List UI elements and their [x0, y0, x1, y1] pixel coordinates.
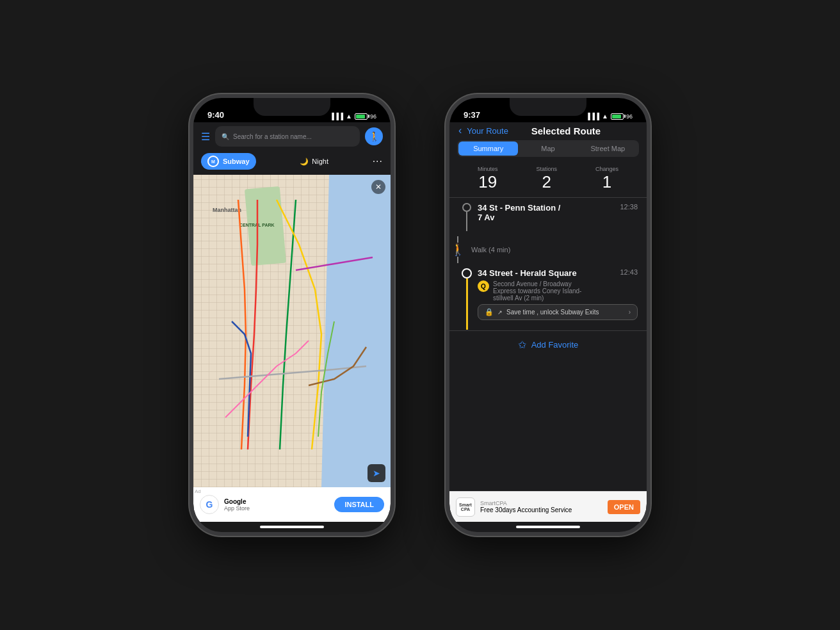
your-route-back[interactable]: Your Route [467, 126, 508, 136]
walk-person-icon: 🚶 [451, 243, 465, 257]
home-indicator-2 [516, 526, 580, 528]
status-bar-2: 9:37 ▐▐▐ ▲ 96 [449, 98, 647, 122]
status-time-2: 9:37 [464, 110, 480, 120]
google-logo: G [200, 495, 219, 514]
close-button[interactable]: ✕ [371, 180, 385, 194]
status-icons-2: ▐▐▐ ▲ 96 [586, 113, 633, 120]
minutes-label: Minutes [478, 166, 498, 172]
signal-icon-2: ▐▐▐ [586, 113, 599, 120]
selected-route-title: Selected Route [513, 125, 618, 136]
q-badge: Q [478, 280, 489, 292]
map-topbar: ☰ 🔍 Search for a station name... 🚶 [193, 122, 391, 150]
compass-button[interactable]: ➤ [368, 464, 385, 482]
signal-icon-1: ▐▐▐ [330, 113, 343, 120]
smartcpa-logo: SmartCPA [456, 497, 475, 517]
open-button[interactable]: OPEN [608, 500, 640, 514]
map-area[interactable]: CENTRAL PARK Manhattan [193, 175, 391, 487]
changes-value: 1 [595, 172, 618, 192]
subway-map-svg [193, 175, 391, 487]
minutes-value: 19 [478, 172, 498, 192]
battery-pct-1: 96 [370, 113, 376, 120]
stations-value: 2 [536, 172, 557, 192]
unlock-bar[interactable]: 🔒 ↗ Save time , unlock Subway Exits › [478, 304, 638, 320]
subway-label: Subway [223, 158, 250, 165]
route-item-herald: 34 Street - Herald Square 12:43 Q Second… [449, 263, 647, 330]
ad-bar: Ad G Google App Store INSTALL [193, 487, 391, 522]
walk-line-top [457, 236, 458, 243]
battery-icon-1 [355, 113, 368, 120]
ad-label: Ad [195, 489, 201, 494]
walk-icon[interactable]: 🚶 [365, 127, 383, 145]
unlock-text: Save time , unlock Subway Exits [506, 309, 625, 316]
herald-station-name: 34 Street - Herald Square [478, 268, 615, 278]
ad-company: SmartCPA [480, 500, 602, 506]
subway-circle: M [207, 156, 219, 167]
battery-pct-2: 96 [626, 113, 633, 120]
herald-desc: Second Avenue / BroadwayExpress towards … [493, 280, 638, 302]
phone-1: 9:40 ▐▐▐ ▲ 96 ☰ 🔍 Search for a station n… [190, 94, 394, 536]
tab-summary[interactable]: Summary [458, 141, 518, 156]
ad-info: SmartCPA Free 30days Accounting Service [480, 500, 602, 513]
battery-icon-2 [611, 113, 624, 120]
ad-title: Google [224, 498, 329, 505]
walk-line-bot [457, 257, 458, 263]
timeline-dot-penn [462, 203, 471, 212]
route-topbar: ‹ Your Route Selected Route [449, 122, 647, 140]
timeline-dot-herald [462, 268, 472, 279]
subway-button[interactable]: M Subway [201, 153, 256, 170]
ad-desc: Free 30days Accounting Service [480, 506, 602, 513]
herald-content: 34 Street - Herald Square 12:43 Q Second… [475, 268, 638, 320]
penn-station-name: 34 St - Penn Station / [478, 203, 615, 213]
wifi-icon-2: ▲ [602, 113, 608, 120]
add-favorite-row[interactable]: ✩ Add Favorite [449, 330, 647, 359]
timeline-line-q [466, 279, 468, 330]
stats-row: Minutes 19 Stations 2 Changes 1 [449, 161, 647, 198]
search-bar[interactable]: 🔍 Search for a station name... [215, 126, 360, 147]
status-bar-1: 9:40 ▐▐▐ ▲ 96 [193, 98, 391, 122]
stat-changes: Changes 1 [595, 166, 618, 192]
phone-2: 9:37 ▐▐▐ ▲ 96 ‹ Your Route Selected Rout… [446, 94, 650, 536]
route-item-penn: 34 St - Penn Station / 12:38 7 Av [449, 198, 647, 236]
herald-time: 12:43 [620, 268, 638, 276]
route-list: 34 St - Penn Station / 12:38 7 Av 🚶 Walk… [449, 198, 647, 330]
status-time-1: 9:40 [207, 110, 224, 120]
map-background: CENTRAL PARK Manhattan [193, 175, 391, 487]
hamburger-icon[interactable]: ☰ [201, 131, 210, 143]
walk-desc: Walk (4 min) [466, 246, 510, 254]
unlock-chevron-icon: › [629, 309, 631, 316]
night-button[interactable]: 🌙 Night [300, 158, 328, 166]
changes-label: Changes [595, 166, 618, 172]
search-placeholder: Search for a station name... [233, 133, 312, 140]
tab-street-map[interactable]: Street Map [578, 141, 638, 156]
moon-icon: 🌙 [300, 158, 309, 166]
wifi-icon-1: ▲ [346, 113, 352, 120]
tab-map[interactable]: Map [518, 141, 578, 156]
ad-text: Google App Store [224, 498, 329, 512]
ad-banner-2: SmartCPA SmartCPA Free 30days Accounting… [449, 491, 647, 522]
timeline-line-walk [466, 212, 467, 231]
stations-label: Stations [536, 166, 557, 172]
walk-indicator: 🚶 Walk (4 min) [449, 236, 647, 263]
status-icons-1: ▐▐▐ ▲ 96 [330, 113, 376, 120]
lock-icon: 🔒 [485, 308, 494, 316]
back-arrow-icon[interactable]: ‹ [458, 125, 462, 136]
unlock-arrow-icon: ↗ [497, 309, 503, 316]
stat-stations: Stations 2 [536, 166, 557, 192]
map-subbar: M Subway 🌙 Night ··· [193, 150, 391, 175]
tab-bar: Summary Map Street Map [457, 140, 639, 157]
penn-content: 34 St - Penn Station / 12:38 7 Av [475, 203, 638, 222]
more-button[interactable]: ··· [373, 156, 383, 167]
stat-minutes: Minutes 19 [478, 166, 498, 192]
spacer [449, 359, 647, 491]
search-icon: 🔍 [222, 133, 229, 140]
install-button[interactable]: INSTALL [334, 497, 384, 512]
night-label: Night [312, 158, 328, 165]
home-indicator-1 [260, 526, 324, 528]
penn-time: 12:38 [620, 203, 638, 211]
subway-circle-inner: M [209, 157, 218, 166]
penn-station-name-2: 7 Av [478, 213, 638, 222]
add-favorite-label: Add Favorite [531, 340, 579, 350]
ad-subtitle: App Store [224, 505, 329, 512]
star-icon: ✩ [518, 339, 526, 351]
